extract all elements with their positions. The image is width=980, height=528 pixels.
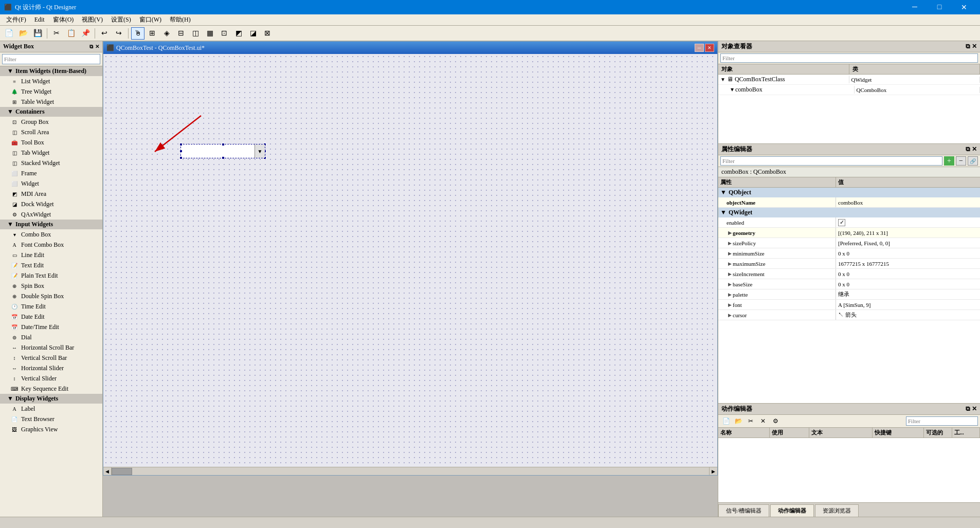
tb-layout8[interactable]: ◪ [246,27,260,40]
prop-row-objectname[interactable]: objectName comboBox [718,197,980,208]
geometry-expand-icon[interactable]: ▶ [727,230,733,235]
object-inspector-float-icon[interactable]: ⧉ [966,43,970,50]
tb-layout1[interactable]: ⊞ [146,27,159,40]
property-editor-float-icon[interactable]: ⧉ [966,145,970,153]
widget-date-edit[interactable]: 📅 Date Edit [0,312,102,322]
action-editor-close-icon[interactable]: ✕ [972,405,977,413]
enabled-checkbox[interactable]: ✓ [838,219,845,226]
widget-tab-widget[interactable]: ◫ Tab Widget [0,148,102,158]
action-filter-input[interactable] [906,416,978,426]
category-item-widgets[interactable]: ▼ Item Widgets (Item-Based) [0,66,102,76]
tb-undo[interactable]: ↩ [98,27,111,40]
tb-pointer[interactable]: 🖱 [131,27,144,40]
maximumsize-expand-icon[interactable]: ▶ [727,261,733,266]
combo-dropdown-arrow[interactable]: ▼ [255,144,265,158]
scroll-right-btn[interactable]: ▶ [709,467,717,475]
tb-new[interactable]: 📄 [2,27,15,40]
sizeincrement-expand-icon[interactable]: ▶ [727,271,733,277]
tb-redo[interactable]: ↪ [112,27,125,40]
cursor-expand-icon[interactable]: ▶ [727,313,733,318]
menu-window[interactable]: 窗口(W) [135,14,166,25]
prop-row-maximumsize[interactable]: ▶ maximumSize 16777215 x 16777215 [718,259,980,269]
tree-row-combobox[interactable]: ▾ comboBox QComboBox [718,85,980,95]
widget-h-scrollbar[interactable]: ↔ Horizontal Scroll Bar [0,342,102,353]
property-editor-close-icon[interactable]: ✕ [972,145,977,153]
prop-row-cursor[interactable]: ▶ cursor ↖ 箭头 [718,310,980,320]
tb-layout6[interactable]: ⊡ [217,27,231,40]
maximize-button[interactable]: □ [928,0,951,14]
widget-box-float-icon[interactable]: ⧉ [89,44,93,50]
action-copy-btn[interactable]: 📂 [733,416,744,426]
tb-cut[interactable]: ✂ [50,27,63,40]
action-new-btn[interactable]: 📄 [720,416,732,426]
widget-dock-widget[interactable]: ◪ Dock Widget [0,199,102,209]
widget-datetime-edit[interactable]: 📅 Date/Time Edit [0,322,102,332]
widget-plain-text-edit[interactable]: 📝 Plain Text Edit [0,270,102,281]
property-link-btn[interactable]: 🔗 [968,156,978,166]
widget-qax-widget[interactable]: ⚙ QAxWidget [0,209,102,220]
tb-layout9[interactable]: ⊠ [261,27,274,40]
tb-layout5[interactable]: ▦ [203,27,216,40]
widget-line-edit[interactable]: ▭ Line Edit [0,250,102,260]
property-remove-btn[interactable]: − [956,156,966,166]
action-cut-btn[interactable]: ✂ [745,416,756,426]
action-editor-float-icon[interactable]: ⧉ [966,405,970,413]
menu-form[interactable]: 窗体(O) [49,14,78,25]
widget-double-spin-box[interactable]: ⊕ Double Spin Box [0,291,102,301]
widget-stacked-widget[interactable]: ◫ Stacked Widget [0,158,102,168]
widget-label[interactable]: A Label [0,404,102,414]
menu-help[interactable]: 帮助(H) [166,14,195,25]
object-inspector-close-icon[interactable]: ✕ [972,43,977,50]
widget-text-edit[interactable]: 📝 Text Edit [0,260,102,270]
font-expand-icon[interactable]: ▶ [727,302,733,307]
tree-row-qcomboxtestclass[interactable]: ▼ 🖥 QComBoxTestClass QWidget [718,75,980,85]
widget-text-browser[interactable]: 📄 Text Browser [0,414,102,424]
widget-spin-box[interactable]: ⊕ Spin Box [0,281,102,291]
widget-font-combo-box[interactable]: A Font Combo Box [0,240,102,250]
scroll-thumb[interactable] [112,468,132,475]
prop-row-geometry[interactable]: ▶ geometry [(190, 240), 211 x 31] [718,228,980,238]
tab-signal-slot[interactable]: 信号/槽编辑器 [718,504,769,517]
widget-v-scrollbar[interactable]: ↕ Vertical Scroll Bar [0,353,102,363]
widget-combo-box[interactable]: ▾ Combo Box [0,229,102,240]
property-editor-filter-input[interactable] [720,156,942,166]
widget-v-slider[interactable]: ↕ Vertical Slider [0,373,102,384]
prop-row-sizepolicy[interactable]: ▶ sizePolicy [Preferred, Fixed, 0, 0] [718,238,980,248]
tb-open[interactable]: 📂 [16,27,30,40]
widget-dial[interactable]: ⊚ Dial [0,332,102,342]
scroll-left-btn[interactable]: ◀ [103,467,112,475]
menu-settings[interactable]: 设置(S) [107,14,135,25]
designer-minimize-btn[interactable]: ─ [695,44,704,52]
prop-row-palette[interactable]: ▶ palette 继承 [718,289,980,300]
tb-save[interactable]: 💾 [31,27,44,40]
widget-tool-box[interactable]: 🧰 Tool Box [0,137,102,148]
tab-resource-browser[interactable]: 资源浏览器 [815,504,859,517]
object-inspector-filter-input[interactable] [720,53,978,63]
menu-edit[interactable]: Edit [30,15,49,25]
tab-action-editor[interactable]: 动作编辑器 [770,504,814,517]
tb-copy[interactable]: 📋 [64,27,78,40]
sizepolicy-expand-icon[interactable]: ▶ [727,241,733,246]
menu-view[interactable]: 视图(V) [78,14,107,25]
canvas-area[interactable]: ▼ [103,54,717,467]
minimumsize-expand-icon[interactable]: ▶ [727,251,733,256]
widget-box-filter-input[interactable] [2,54,100,64]
action-settings-btn[interactable]: ⚙ [770,416,781,426]
widget-time-edit[interactable]: 🕐 Time Edit [0,301,102,312]
prop-row-basesize[interactable]: ▶ baseSize 0 x 0 [718,279,980,289]
widget-table-widget[interactable]: ⊞ Table Widget [0,97,102,107]
prop-row-enabled[interactable]: enabled ✓ [718,217,980,228]
category-containers[interactable]: ▼ Containers [0,107,102,117]
close-button[interactable]: ✕ [952,0,976,14]
property-add-btn[interactable]: + [944,156,954,166]
scroll-track[interactable] [112,467,709,475]
prop-row-minimumsize[interactable]: ▶ minimumSize 0 x 0 [718,248,980,259]
widget-group-box[interactable]: ⊡ Group Box [0,117,102,127]
widget-graphics-view[interactable]: 🖼 Graphics View [0,424,102,434]
tb-layout7[interactable]: ◩ [232,27,245,40]
tb-layout2[interactable]: ◈ [160,27,173,40]
tb-paste[interactable]: 📌 [79,27,92,40]
menu-file[interactable]: 文件(F) [2,14,30,25]
widget-h-slider[interactable]: ↔ Horizontal Slider [0,363,102,373]
widget-key-seq-edit[interactable]: ⌨ Key Sequence Edit [0,384,102,394]
